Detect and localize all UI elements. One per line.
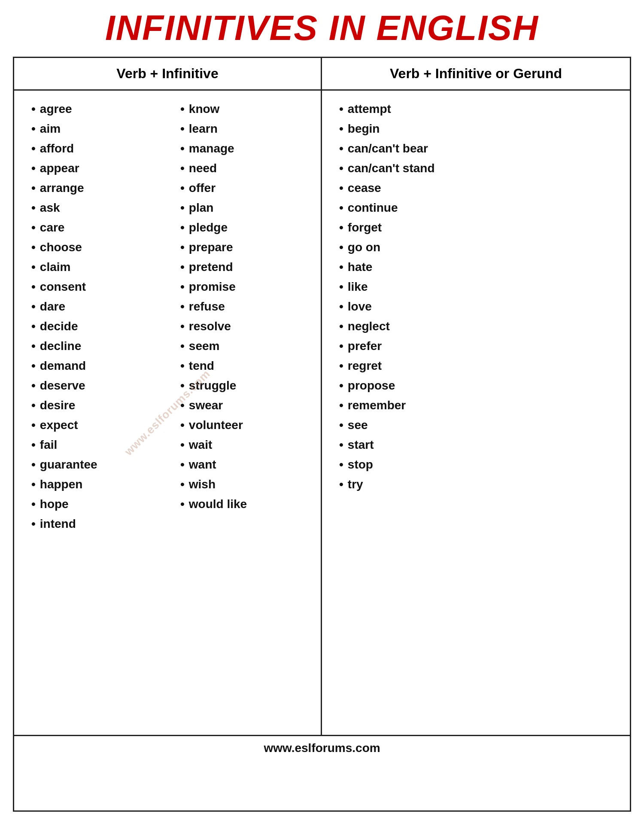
word: wish — [189, 478, 216, 491]
bullet: • — [339, 241, 343, 254]
word: try — [348, 478, 363, 491]
list-item: •afford — [31, 139, 163, 158]
list-item: •promise — [180, 277, 312, 297]
word: claim — [40, 260, 71, 274]
word: tend — [189, 359, 214, 373]
bullet: • — [180, 359, 185, 373]
list-item: •regret — [339, 356, 626, 376]
list-item: •decide — [31, 317, 163, 336]
list-item: •know — [180, 99, 312, 119]
list-item: •offer — [180, 178, 312, 198]
bullet: • — [180, 339, 185, 353]
word: desire — [40, 399, 76, 412]
list-item: •attempt — [339, 99, 626, 119]
bullet: • — [180, 399, 185, 412]
bullet: • — [339, 201, 343, 215]
word: remember — [348, 399, 406, 412]
word: agree — [40, 102, 72, 116]
bullet: • — [180, 379, 185, 393]
bullet: • — [31, 399, 36, 412]
header-row: Verb + Infinitive Verb + Infinitive or G… — [14, 58, 630, 91]
bullet: • — [180, 260, 185, 274]
bullet: • — [31, 300, 36, 314]
bullet: • — [339, 161, 343, 175]
bullet: • — [339, 399, 343, 412]
word: like — [348, 280, 368, 294]
bullet: • — [339, 359, 343, 373]
list-item: •wait — [180, 435, 312, 455]
list-item: •resolve — [180, 317, 312, 336]
word: manage — [189, 142, 234, 155]
list-item: •pretend — [180, 257, 312, 277]
word: would like — [189, 497, 247, 511]
word: swear — [189, 399, 223, 412]
bullet: • — [339, 280, 343, 294]
list-item: •swear — [180, 396, 312, 415]
word: hope — [40, 497, 69, 511]
list-item: •prepare — [180, 237, 312, 257]
list-item: •guarantee — [31, 455, 163, 475]
list-item: •intend — [31, 514, 163, 534]
word: care — [40, 221, 65, 234]
list-item: •choose — [31, 237, 163, 257]
word: plan — [189, 201, 214, 215]
list-item: •appear — [31, 158, 163, 178]
bullet: • — [31, 260, 36, 274]
list-item: •consent — [31, 277, 163, 297]
word: aim — [40, 122, 61, 136]
footer: www.eslforums.com — [14, 735, 630, 759]
word: hate — [348, 260, 373, 274]
bullet: • — [31, 458, 36, 472]
list-item: •fail — [31, 435, 163, 455]
list-item: •can/can't bear — [339, 139, 626, 158]
list-item: •pledge — [180, 218, 312, 237]
word: consent — [40, 280, 86, 294]
bullet: • — [339, 478, 343, 491]
list-item: •need — [180, 158, 312, 178]
bullet: • — [180, 478, 185, 491]
list-item: •love — [339, 297, 626, 317]
bullet: • — [31, 438, 36, 452]
word: arrange — [40, 181, 84, 195]
word: resolve — [189, 320, 231, 333]
bullet: • — [31, 339, 36, 353]
bullet: • — [31, 241, 36, 254]
bullet: • — [180, 122, 185, 136]
main-table: Verb + Infinitive Verb + Infinitive or G… — [13, 57, 631, 812]
list-item: •see — [339, 415, 626, 435]
word: expect — [40, 418, 78, 432]
list-item: •dare — [31, 297, 163, 317]
list-item: •seem — [180, 336, 312, 356]
word: regret — [348, 359, 382, 373]
word: cease — [348, 181, 381, 195]
list-item: •claim — [31, 257, 163, 277]
word: dare — [40, 300, 65, 314]
list-item: •volunteer — [180, 415, 312, 435]
left-col-2: •know•learn•manage•need•offer•plan•pledg… — [167, 99, 316, 726]
bullet: • — [180, 161, 185, 175]
page-title-container: INFINITIVES IN ENGLISH — [0, 0, 644, 52]
word: attempt — [348, 102, 391, 116]
page-title: INFINITIVES IN ENGLISH — [4, 8, 640, 48]
left-col-1: •agree•aim•afford•appear•arrange•ask•car… — [18, 99, 167, 726]
bullet: • — [339, 320, 343, 333]
bullet: • — [31, 359, 36, 373]
list-item: •learn — [180, 119, 312, 139]
word: continue — [348, 201, 398, 215]
word: learn — [189, 122, 218, 136]
list-item: •would like — [180, 494, 312, 514]
bullet: • — [339, 339, 343, 353]
list-item: •hope — [31, 494, 163, 514]
list-item: •care — [31, 218, 163, 237]
list-item: •stop — [339, 455, 626, 475]
list-item: •decline — [31, 336, 163, 356]
list-item: •go on — [339, 237, 626, 257]
word: volunteer — [189, 418, 243, 432]
word: stop — [348, 458, 373, 472]
bullet: • — [31, 379, 36, 393]
list-item: •tend — [180, 356, 312, 376]
word: refuse — [189, 300, 225, 314]
bullet: • — [180, 181, 185, 195]
bullet: • — [339, 438, 343, 452]
bullet: • — [339, 379, 343, 393]
